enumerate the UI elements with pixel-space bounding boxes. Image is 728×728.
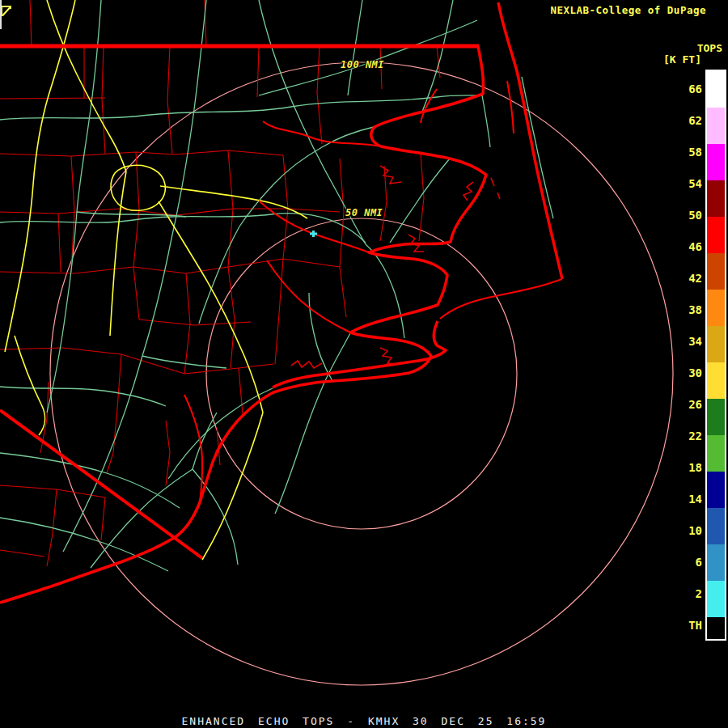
colorbar-segment xyxy=(707,326,725,362)
range-ring-100nmi xyxy=(50,62,673,685)
colorbar-segment xyxy=(707,108,725,144)
highway-lines xyxy=(5,0,307,560)
colorbar-segment xyxy=(707,217,725,253)
ring-label-100nmi: 100 NMI xyxy=(341,59,384,70)
colorbar-segment xyxy=(707,71,725,108)
colorbar-label-TH: TH xyxy=(670,617,702,633)
colorbar-segment xyxy=(707,435,725,472)
box-slash-icon xyxy=(0,5,12,17)
colorbar-segment xyxy=(707,253,725,290)
colorbar-label-62: 62 xyxy=(670,112,702,129)
colorbar-label-2: 2 xyxy=(670,586,702,602)
brand-text: NEXLAB-College of DuPage xyxy=(550,4,706,16)
colorbar-label-22: 22 xyxy=(670,428,702,444)
colorbar-label-34: 34 xyxy=(670,333,702,349)
colorbar-label-46: 46 xyxy=(670,239,702,255)
county-lines xyxy=(0,0,440,566)
colorbar-segment xyxy=(707,544,725,581)
colorbar-segment xyxy=(707,144,725,180)
radar-display: NEXLAB-College of DuPage TOPS [K FT] 666… xyxy=(0,0,728,728)
echo-tops-colorbar xyxy=(705,70,726,641)
colorbar-label-66: 66 xyxy=(670,81,702,97)
colorbar-segment xyxy=(707,180,725,217)
colorbar-label-42: 42 xyxy=(670,270,702,286)
echo-cyan-marker xyxy=(310,231,317,237)
colorbar-label-38: 38 xyxy=(670,302,702,318)
colorbar-label-10: 10 xyxy=(670,523,702,539)
colorbar-label-54: 54 xyxy=(670,176,702,192)
map-canvas xyxy=(0,0,728,728)
colorbar-segment xyxy=(707,290,725,326)
colorbar-segment xyxy=(707,399,725,435)
scale-units: [K FT] xyxy=(663,53,701,66)
colorbar-label-18: 18 xyxy=(670,459,702,476)
scale-title: TOPS xyxy=(697,42,722,54)
colorbar-segment xyxy=(707,472,725,508)
colorbar-label-30: 30 xyxy=(670,365,702,381)
status-text: ENHANCED ECHO TOPS - KMHX 30 DEC 25 16:5… xyxy=(0,715,728,727)
colorbar-segment xyxy=(707,362,725,399)
colorbar-label-50: 50 xyxy=(670,207,702,223)
colorbar-segment xyxy=(707,581,725,617)
range-ring-50nmi xyxy=(206,218,517,529)
ring-label-50nmi: 50 NMI xyxy=(345,207,383,218)
colorbar-segment xyxy=(707,617,725,639)
colorbar-label-6: 6 xyxy=(670,554,702,570)
colorbar-label-58: 58 xyxy=(670,144,702,160)
colorbar-label-26: 26 xyxy=(670,396,702,413)
colorbar-segment xyxy=(707,508,725,544)
colorbar-label-14: 14 xyxy=(670,491,702,507)
